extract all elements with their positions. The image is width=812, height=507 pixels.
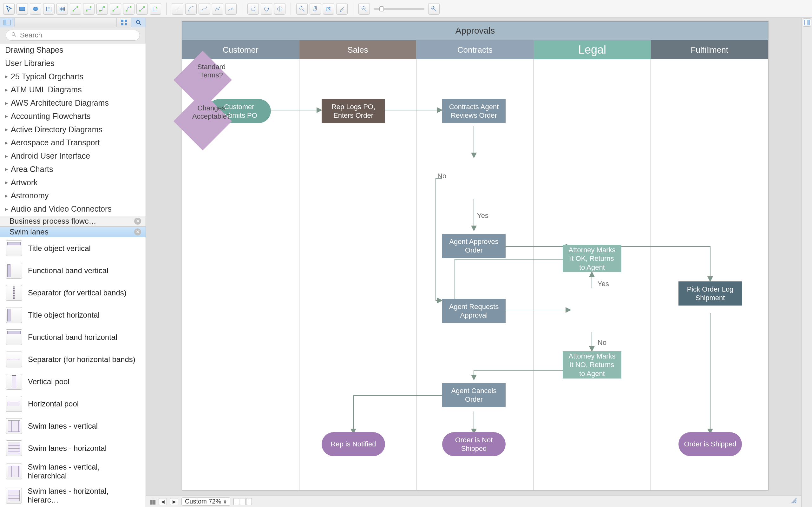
lane-header[interactable]: Sales <box>299 40 417 59</box>
connector-tool-1[interactable] <box>70 3 81 15</box>
line-tool[interactable] <box>172 3 183 15</box>
shape-item[interactable]: Swim lanes - vertical, hierarchical <box>0 459 145 484</box>
pan-tool[interactable] <box>310 3 321 15</box>
svg-rect-14 <box>139 10 141 11</box>
tree-item[interactable]: ▸Android User Interface <box>0 150 145 163</box>
eyedropper-tool[interactable] <box>336 3 348 15</box>
stepper-icon[interactable]: ▲▼ <box>223 499 227 504</box>
canvas-scroll[interactable]: Approvals Customer Sales Contracts Legal… <box>146 18 801 496</box>
resize-corner-icon[interactable] <box>791 497 797 506</box>
node-process[interactable]: Attorney Marks it NO, Returns to Agent <box>563 351 621 379</box>
tree-item[interactable]: ▸Aerospace and Transport <box>0 136 145 150</box>
search-box[interactable] <box>6 30 140 41</box>
node-process[interactable]: Pick Order Log Shipment <box>679 281 742 305</box>
tree-item[interactable]: ▸ATM UML Diagrams <box>0 83 145 97</box>
chevron-right-icon: ▸ <box>5 126 9 133</box>
tree-item[interactable]: ▸Accounting Flowcharts <box>0 110 145 123</box>
connector-tool-6[interactable] <box>136 3 148 15</box>
drawing-page[interactable]: Approvals Customer Sales Contracts Legal… <box>182 21 768 491</box>
node-process[interactable]: Attorney Marks it OK, Returns to Agent <box>563 245 621 272</box>
polyline-tool[interactable] <box>212 3 223 15</box>
rectangle-tool[interactable] <box>16 3 28 15</box>
snapshot-tool[interactable] <box>323 3 334 15</box>
shape-thumb-icon <box>6 396 22 412</box>
svg-rect-27 <box>121 23 123 25</box>
shape-item[interactable]: Swim lanes - vertical <box>0 415 145 437</box>
shape-item[interactable]: Separator (for vertical bands) <box>0 282 145 304</box>
flip-tool[interactable] <box>274 3 286 15</box>
left-panel-tabs <box>0 18 145 27</box>
svg-rect-0 <box>20 7 25 10</box>
svg-rect-24 <box>4 20 6 25</box>
library-panel-icon[interactable] <box>0 18 15 27</box>
prev-page-button[interactable]: ◀ <box>159 498 167 505</box>
search-view-icon[interactable] <box>131 18 145 27</box>
next-page-button[interactable]: ▶ <box>170 498 178 505</box>
shape-item[interactable]: Functional band horizontal <box>0 326 145 348</box>
node-terminator[interactable]: Rep is Notified <box>322 432 385 456</box>
node-process[interactable]: Contracts Agent Reviews Order <box>442 99 506 123</box>
lane-header[interactable]: Contracts <box>417 40 534 59</box>
tree-item[interactable]: Drawing Shapes <box>0 44 145 57</box>
connector-tool-2[interactable] <box>83 3 95 15</box>
connector-tool-4[interactable] <box>110 3 121 15</box>
tree-item[interactable]: ▸Astronomy <box>0 189 145 203</box>
chevron-right-icon: ▸ <box>5 179 9 186</box>
shape-item[interactable]: Title object vertical <box>0 237 145 260</box>
chevron-right-icon: ▸ <box>5 112 9 120</box>
node-process[interactable]: Rep Logs PO, Enters Order <box>322 99 385 123</box>
grid-view-icon[interactable] <box>116 18 131 27</box>
search-input[interactable] <box>20 31 134 39</box>
shape-thumb-icon <box>6 374 22 390</box>
close-icon[interactable]: ✕ <box>134 228 141 235</box>
zoom-out-button[interactable] <box>359 3 370 15</box>
zoom-fit-tool[interactable] <box>296 3 308 15</box>
shape-item[interactable]: Separator (for horizontal bands) <box>0 348 145 371</box>
text-tool[interactable] <box>43 3 55 15</box>
lane-header[interactable]: Fulfillment <box>651 40 768 59</box>
tree-item[interactable]: User Libraries <box>0 57 145 70</box>
node-process[interactable]: Agent Cancels Order <box>442 383 506 407</box>
shape-item[interactable]: Swim lanes - horizontal, hierarc… <box>0 484 145 507</box>
node-terminator[interactable]: Order is Not Shipped <box>442 432 506 456</box>
toolbar-separator <box>242 3 242 15</box>
shape-item[interactable]: Horizontal pool <box>0 393 145 415</box>
node-process[interactable]: Agent Requests Approval <box>442 299 506 323</box>
shape-item[interactable]: Vertical pool <box>0 371 145 393</box>
connector-tool-5[interactable] <box>123 3 134 15</box>
pause-icon[interactable]: ▮▮ <box>150 498 155 505</box>
shape-item[interactable]: Title object horizontal <box>0 304 145 326</box>
rotate-right-tool[interactable] <box>261 3 272 15</box>
swim-title[interactable]: Approvals <box>182 21 768 40</box>
node-terminator[interactable]: Order is Shipped <box>679 432 742 456</box>
rotate-left-tool[interactable] <box>247 3 259 15</box>
export-tool[interactable] <box>150 3 161 15</box>
zoom-select[interactable]: Custom 72%▲▼ <box>181 498 230 506</box>
freehand-tool[interactable] <box>225 3 237 15</box>
tree-item[interactable]: ▸25 Typical Orgcharts <box>0 70 145 83</box>
tree-item[interactable]: ▸AWS Architecture Diagrams <box>0 97 145 110</box>
tree-item[interactable]: ▸Audio and Video Connectors <box>0 203 145 216</box>
tree-item[interactable]: ▸Artwork <box>0 176 145 189</box>
node-process[interactable]: Agent Approves Order <box>442 234 506 258</box>
connector-tool-3[interactable] <box>97 3 108 15</box>
close-icon[interactable]: ✕ <box>134 218 141 225</box>
pointer-tool[interactable] <box>3 3 15 15</box>
bezier-tool[interactable] <box>198 3 210 15</box>
zoom-slider[interactable] <box>374 8 424 10</box>
lane-header[interactable]: Legal <box>534 40 651 59</box>
table-tool[interactable] <box>56 3 68 15</box>
stencil-tab[interactable]: Business process flowc…✕ <box>0 216 145 227</box>
page-thumbnails[interactable] <box>234 498 252 505</box>
stencil-tab-active[interactable]: Swim lanes✕ <box>0 227 145 237</box>
shape-item[interactable]: Functional band vertical <box>0 260 145 282</box>
shape-item[interactable]: Swim lanes - horizontal <box>0 437 145 459</box>
inspector-toggle-icon[interactable] <box>803 18 811 26</box>
tree-item[interactable]: ▸Area Charts <box>0 163 145 176</box>
arc-tool[interactable] <box>185 3 197 15</box>
left-panel: Drawing Shapes User Libraries ▸25 Typica… <box>0 18 146 507</box>
zoom-in-button[interactable] <box>428 3 440 15</box>
tree-item[interactable]: ▸Active Directory Diagrams <box>0 123 145 136</box>
ellipse-tool[interactable] <box>30 3 41 15</box>
zoom-slider-thumb[interactable] <box>379 6 384 11</box>
